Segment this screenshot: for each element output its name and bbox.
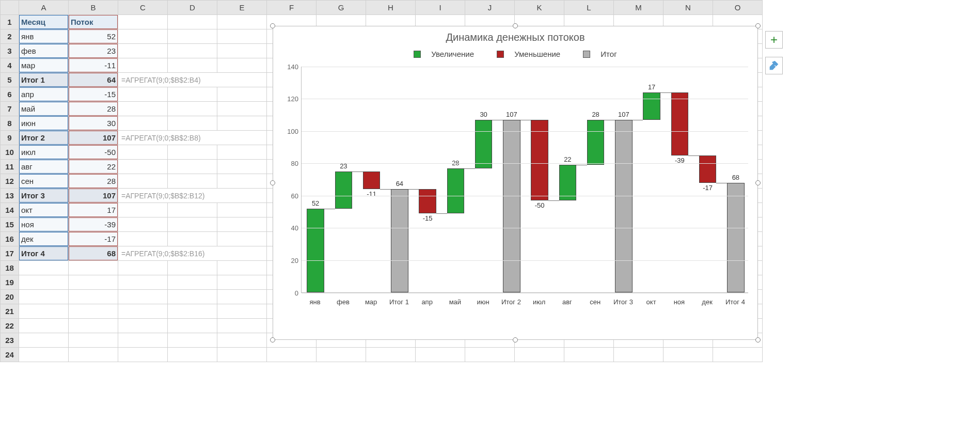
chart-plot-area[interactable]: 5223-1164-152830107-50222810717-39-1768 … — [301, 67, 748, 293]
cell[interactable]: Итог 2 — [19, 131, 69, 145]
row-header[interactable]: 23 — [1, 333, 19, 348]
cell[interactable] — [168, 44, 217, 58]
row-header[interactable]: 21 — [1, 304, 19, 319]
cell[interactable] — [118, 217, 168, 232]
cell[interactable] — [118, 102, 168, 116]
column-header[interactable]: E — [217, 1, 267, 15]
column-header[interactable]: B — [69, 1, 118, 15]
cell[interactable] — [168, 116, 217, 131]
cell[interactable] — [118, 203, 168, 217]
row-header[interactable]: 4 — [1, 58, 19, 73]
cell[interactable]: 107 — [69, 189, 118, 203]
cell[interactable] — [19, 304, 69, 319]
chart-bar[interactable] — [475, 120, 493, 168]
cell[interactable]: 107 — [69, 131, 118, 145]
cell[interactable] — [217, 160, 267, 174]
chart-resize-handle[interactable] — [513, 23, 518, 28]
cell[interactable]: окт — [19, 203, 69, 217]
cell[interactable] — [168, 174, 217, 189]
cell[interactable]: 22 — [69, 160, 118, 174]
chart-bar[interactable] — [727, 183, 745, 293]
cell[interactable] — [118, 58, 168, 73]
cell[interactable]: 64 — [69, 73, 118, 87]
row-header[interactable]: 6 — [1, 87, 19, 102]
cell[interactable] — [416, 348, 465, 362]
cell[interactable] — [118, 116, 168, 131]
cell[interactable] — [118, 333, 168, 348]
cell[interactable] — [217, 304, 267, 319]
cell[interactable]: 28 — [69, 174, 118, 189]
cell[interactable] — [19, 290, 69, 304]
chart-bar[interactable] — [643, 92, 660, 120]
cell[interactable] — [614, 348, 663, 362]
cell[interactable] — [168, 275, 217, 290]
cell[interactable] — [118, 145, 168, 160]
cell[interactable] — [118, 290, 168, 304]
row-header[interactable]: 10 — [1, 145, 19, 160]
cell[interactable] — [118, 232, 168, 246]
cell[interactable]: июл — [19, 145, 69, 160]
cell[interactable] — [168, 145, 217, 160]
cell[interactable] — [663, 348, 713, 362]
row-header[interactable]: 14 — [1, 203, 19, 217]
cell[interactable] — [118, 275, 168, 290]
cell[interactable]: =АГРЕГАТ(9;0;$B$2:B8) — [118, 131, 267, 145]
cell[interactable] — [19, 319, 69, 333]
chart-bar[interactable] — [531, 120, 548, 200]
cell[interactable] — [217, 174, 267, 189]
cell[interactable] — [217, 58, 267, 73]
cell[interactable]: Итог 4 — [19, 246, 69, 261]
chart-resize-handle[interactable] — [270, 23, 275, 28]
column-header[interactable]: K — [515, 1, 564, 15]
chart-bar[interactable] — [671, 92, 689, 155]
cell[interactable] — [168, 319, 217, 333]
chart-elements-button[interactable]: + — [765, 31, 783, 49]
cell[interactable] — [168, 333, 217, 348]
row-header[interactable]: 9 — [1, 131, 19, 145]
cell[interactable] — [217, 319, 267, 333]
chart-title[interactable]: Динамика денежных потоков — [273, 32, 757, 43]
cell[interactable]: 30 — [69, 116, 118, 131]
row-header[interactable]: 17 — [1, 246, 19, 261]
cell[interactable] — [366, 348, 416, 362]
column-header[interactable]: N — [663, 1, 713, 15]
cell[interactable] — [19, 261, 69, 275]
row-header[interactable]: 5 — [1, 73, 19, 87]
cell[interactable] — [168, 87, 217, 102]
cell[interactable] — [168, 102, 217, 116]
cell[interactable] — [69, 319, 118, 333]
cell[interactable] — [168, 261, 217, 275]
cell[interactable] — [168, 217, 217, 232]
cell[interactable] — [217, 87, 267, 102]
cell[interactable] — [217, 275, 267, 290]
cell[interactable]: =АГРЕГАТ(9;0;$B$2:B4) — [118, 73, 267, 87]
cell[interactable] — [19, 333, 69, 348]
chart-bar[interactable] — [363, 172, 381, 189]
cell[interactable]: Итог 1 — [19, 73, 69, 87]
chart-bar[interactable] — [419, 189, 436, 213]
cell[interactable] — [19, 275, 69, 290]
cell[interactable]: Поток — [69, 15, 118, 29]
cell[interactable] — [118, 15, 168, 29]
column-header[interactable]: H — [366, 1, 416, 15]
legend-item-total[interactable]: Итог — [578, 50, 622, 58]
row-header[interactable]: 8 — [1, 116, 19, 131]
cell[interactable] — [168, 15, 217, 29]
cell[interactable] — [118, 319, 168, 333]
column-header[interactable]: C — [118, 1, 168, 15]
cell[interactable]: Месяц — [19, 15, 69, 29]
chart-bar[interactable] — [307, 209, 324, 293]
cell[interactable]: май — [19, 102, 69, 116]
cell[interactable]: Итог 3 — [19, 189, 69, 203]
cell[interactable] — [168, 304, 217, 319]
cell[interactable] — [19, 348, 69, 362]
chart-bar[interactable] — [587, 120, 605, 165]
chart-object[interactable]: Динамика денежных потоков Увеличение Уме… — [273, 26, 758, 340]
row-header[interactable]: 18 — [1, 261, 19, 275]
cell[interactable] — [465, 348, 515, 362]
cell[interactable] — [168, 160, 217, 174]
chart-bar[interactable] — [615, 120, 633, 293]
chart-bar[interactable] — [447, 168, 465, 214]
cell[interactable] — [217, 102, 267, 116]
cell[interactable] — [118, 160, 168, 174]
